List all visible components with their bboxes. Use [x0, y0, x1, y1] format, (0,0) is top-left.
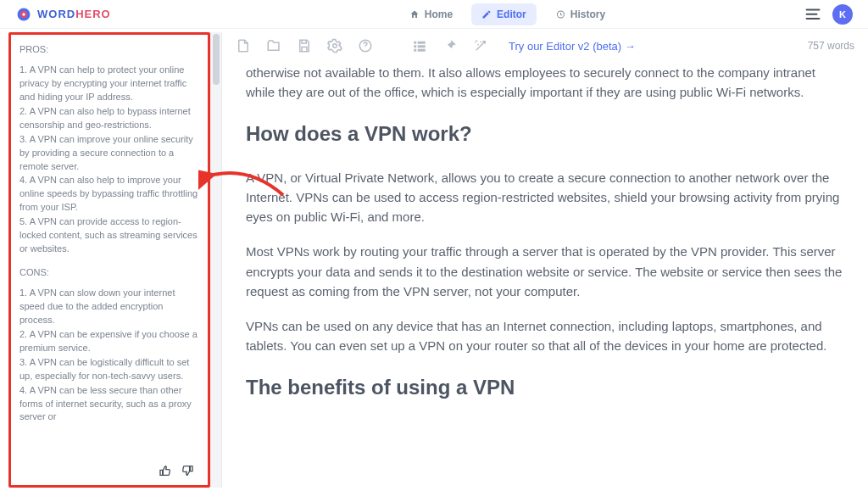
list-item: 3. A VPN can improve your online securit…: [19, 133, 199, 174]
svg-rect-8: [414, 42, 416, 44]
app-header: WORDHERO Home Editor History K: [0, 0, 868, 29]
editor-pane: Try our Editor v2 (beta) → 757 words oth…: [222, 29, 868, 491]
pros-title: PROS:: [19, 43, 199, 57]
list-item: 3. A VPN can be logistically difficult t…: [19, 356, 199, 383]
app-logo: WORDHERO: [15, 6, 111, 23]
pencil-icon: [481, 9, 492, 20]
scrollbar-thumb[interactable]: [213, 34, 220, 85]
sidebar-scrollbar[interactable]: [210, 32, 222, 488]
article-paragraph: VPNs can be used on any device that has …: [246, 316, 844, 356]
logo-text: WORDHERO: [37, 8, 111, 20]
try-v2-link[interactable]: Try our Editor v2 (beta) →: [509, 40, 636, 53]
word-count: 757 words: [808, 40, 854, 52]
svg-point-2: [22, 13, 25, 15]
list-item: 2. A VPN can be expensive if you choose …: [19, 328, 199, 355]
nav-history-label: History: [570, 8, 605, 20]
cons-title: CONS:: [19, 266, 199, 280]
help-icon[interactable]: [358, 38, 373, 53]
pros-list: 1. A VPN can help to protect your online…: [19, 64, 199, 256]
menu-icon[interactable]: [805, 8, 821, 20]
list-item: 4. A VPN can also help to improve your o…: [19, 174, 199, 215]
list-item: 5. A VPN can provide access to region-lo…: [19, 215, 199, 256]
article-paragraph: A VPN, or Virtual Private Network, allow…: [246, 168, 844, 227]
home-icon: [409, 9, 420, 20]
pin-icon[interactable]: [442, 38, 458, 53]
nav-home-label: Home: [425, 8, 453, 20]
nav-editor-label: Editor: [497, 8, 526, 20]
header-right: K: [805, 4, 853, 25]
new-file-icon[interactable]: [236, 38, 251, 53]
main-nav: Home Editor History: [399, 3, 615, 25]
list-icon[interactable]: [412, 38, 427, 53]
feedback-buttons: [159, 464, 194, 482]
article-paragraph: Most VPNs work by routing your traffic t…: [246, 242, 844, 301]
logo-icon: [15, 6, 32, 23]
list-item: 1. A VPN can help to protect your online…: [19, 64, 199, 104]
cons-list: 1. A VPN can slow down your internet spe…: [19, 287, 199, 424]
article-heading: How does a VPN work?: [246, 118, 844, 149]
article-paragraph: otherwise not available to them. It also…: [246, 63, 844, 103]
list-item: 1. A VPN can slow down your internet spe…: [19, 287, 199, 327]
thumbs-up-icon[interactable]: [159, 464, 172, 482]
svg-rect-9: [418, 42, 426, 44]
list-item: 2. A VPN can also help to bypass interne…: [19, 105, 199, 132]
article-heading: The benefits of using a VPN: [246, 371, 844, 403]
save-icon[interactable]: [297, 38, 312, 53]
history-icon: [555, 9, 565, 20]
open-folder-icon[interactable]: [266, 38, 281, 53]
list-item: 4. A VPN can be less secure than other f…: [19, 384, 199, 425]
magic-wand-icon[interactable]: [473, 38, 488, 53]
nav-editor[interactable]: Editor: [471, 3, 537, 25]
thumbs-down-icon[interactable]: [181, 464, 194, 482]
svg-rect-11: [418, 45, 426, 47]
article-body[interactable]: otherwise not available to them. It also…: [222, 63, 868, 491]
svg-point-6: [333, 44, 337, 48]
avatar-initial: K: [839, 9, 846, 20]
settings-icon[interactable]: [327, 38, 342, 53]
user-avatar[interactable]: K: [832, 4, 853, 25]
nav-home[interactable]: Home: [399, 3, 463, 25]
ai-output-panel: PROS: 1. A VPN can help to protect your …: [8, 32, 210, 488]
svg-rect-12: [414, 49, 416, 52]
svg-rect-13: [418, 49, 426, 52]
svg-rect-10: [414, 45, 416, 47]
editor-toolbar: Try our Editor v2 (beta) → 757 words: [222, 29, 868, 63]
nav-history[interactable]: History: [545, 3, 615, 25]
